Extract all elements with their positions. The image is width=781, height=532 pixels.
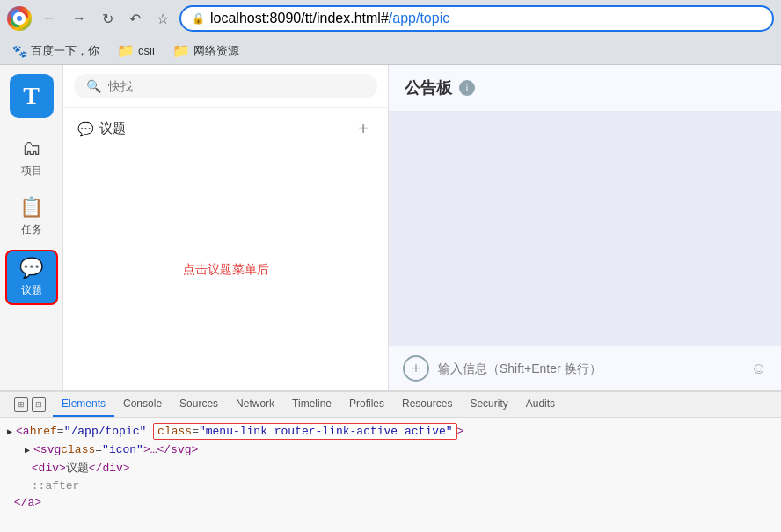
bookmark-network-resources[interactable]: 📁 网络资源 xyxy=(167,40,245,61)
tab-elements[interactable]: Elements xyxy=(53,392,114,417)
add-topic-button[interactable]: + xyxy=(353,117,374,141)
sidebar: T 🗂 项目 📋 任务 💬 议题 xyxy=(0,65,63,390)
devtools-icon-1[interactable]: ⊞ xyxy=(14,397,28,412)
code-line-2: ▶ <svg class="icon" >…</svg> xyxy=(7,441,774,458)
bulletin-input[interactable] xyxy=(438,361,742,375)
topics-header-label: 议题 xyxy=(99,120,126,137)
hint-text: 点击议题菜单后 xyxy=(183,262,269,278)
expand-svg-triangle[interactable]: ▶ xyxy=(25,445,30,455)
bookmark-network-label: 网络资源 xyxy=(193,43,239,59)
topics-header: 💬 议题 + xyxy=(63,108,388,149)
tab-sources[interactable]: Sources xyxy=(171,392,227,417)
star-button[interactable]: ☆ xyxy=(151,7,174,31)
forward-button[interactable]: → xyxy=(67,7,91,30)
bulletin-input-area: + ☺ xyxy=(389,346,781,390)
address-bar[interactable]: 🔒 localhost:8090/tt/index.html#/app/topi… xyxy=(179,5,774,32)
highlighted-class-attr: class="menu-link router-link-active acti… xyxy=(153,423,456,440)
bulletin-title: 公告板 xyxy=(405,77,452,98)
topics-panel: 🔍 💬 议题 + 点击议题菜单后 xyxy=(63,65,389,390)
sidebar-item-projects[interactable]: 🗂 项目 xyxy=(5,132,58,184)
tab-resources[interactable]: Resources xyxy=(393,392,461,417)
topics-title: 💬 议题 xyxy=(77,120,126,137)
address-text: localhost:8090/tt/index.html#/app/topic xyxy=(210,11,449,26)
browser-toolbar: ← → ↻ ↶ ☆ 🔒 localhost:8090/tt/index.html… xyxy=(0,0,781,37)
devtools-content: ▶ <a href="/app/topic" class="menu-link … xyxy=(0,418,781,532)
search-bar: 🔍 xyxy=(63,65,388,108)
browser-favicon xyxy=(7,6,32,31)
undo-button[interactable]: ↶ xyxy=(124,7,146,31)
search-icon: 🔍 xyxy=(86,79,101,93)
bulletin-panel: 公告板 i + ☺ xyxy=(389,65,781,390)
devtools-tabs: ⊞ ⊡ Elements Console Sources Network Tim… xyxy=(0,392,781,418)
bookmark-baidu[interactable]: 🐾 百度一下，你 xyxy=(7,41,105,61)
bulletin-content xyxy=(389,112,781,346)
tab-console[interactable]: Console xyxy=(114,392,171,417)
projects-icon: 🗂 xyxy=(22,137,41,160)
code-line-5: </a> xyxy=(7,494,774,511)
svg-point-2 xyxy=(17,16,22,21)
expand-triangle[interactable]: ▶ xyxy=(7,426,12,437)
sidebar-topics-label: 议题 xyxy=(21,283,42,298)
topics-icon: 💬 xyxy=(19,257,43,280)
folder-icon-2: 📁 xyxy=(172,42,190,59)
tab-profiles[interactable]: Profiles xyxy=(340,392,393,417)
paw-icon: 🐾 xyxy=(12,44,27,58)
app-area: T 🗂 项目 📋 任务 💬 议题 🔍 💬 xyxy=(0,65,781,390)
devtools-panel: ⊞ ⊡ Elements Console Sources Network Tim… xyxy=(0,390,781,532)
tab-security[interactable]: Security xyxy=(461,392,516,417)
bookmark-csii-label: csii xyxy=(138,44,155,57)
content-area: 🔍 💬 议题 + 点击议题菜单后 公告板 i xyxy=(63,65,781,390)
emoji-button[interactable]: ☺ xyxy=(751,360,767,378)
bookmark-baidu-label: 百度一下，你 xyxy=(31,43,99,59)
bookmarks-bar: 🐾 百度一下，你 📁 csii 📁 网络资源 xyxy=(0,37,781,65)
sidebar-item-tasks[interactable]: 📋 任务 xyxy=(5,191,58,243)
app-logo[interactable]: T xyxy=(10,74,54,118)
code-line-1: ▶ <a href="/app/topic" class="menu-link … xyxy=(7,421,774,441)
devtools-corner-icons: ⊞ ⊡ xyxy=(7,392,53,417)
topic-hint: 点击议题菜单后 xyxy=(63,149,388,390)
back-button[interactable]: ← xyxy=(37,7,62,30)
lock-icon: 🔒 xyxy=(192,12,205,25)
tasks-icon: 📋 xyxy=(19,196,43,219)
bookmark-csii[interactable]: 📁 csii xyxy=(112,40,160,61)
add-content-button[interactable]: + xyxy=(403,355,429,382)
sidebar-projects-label: 项目 xyxy=(21,164,42,179)
info-icon[interactable]: i xyxy=(459,80,475,96)
search-input-wrap[interactable]: 🔍 xyxy=(74,74,377,98)
bulletin-header: 公告板 i xyxy=(389,65,781,112)
logo-letter: T xyxy=(23,82,40,110)
tab-audits[interactable]: Audits xyxy=(517,392,564,417)
code-line-4: ::after xyxy=(7,477,774,494)
search-input[interactable] xyxy=(108,79,365,93)
tab-timeline[interactable]: Timeline xyxy=(283,392,340,417)
topics-header-icon: 💬 xyxy=(77,121,94,137)
sidebar-item-topics[interactable]: 💬 议题 xyxy=(5,250,58,305)
devtools-icon-2[interactable]: ⊡ xyxy=(32,397,46,412)
reload-button[interactable]: ↻ xyxy=(97,7,119,31)
code-line-3: <div> 议题 </div> xyxy=(7,458,774,477)
tab-network[interactable]: Network xyxy=(227,392,283,417)
folder-icon: 📁 xyxy=(117,42,135,59)
sidebar-tasks-label: 任务 xyxy=(21,222,42,237)
